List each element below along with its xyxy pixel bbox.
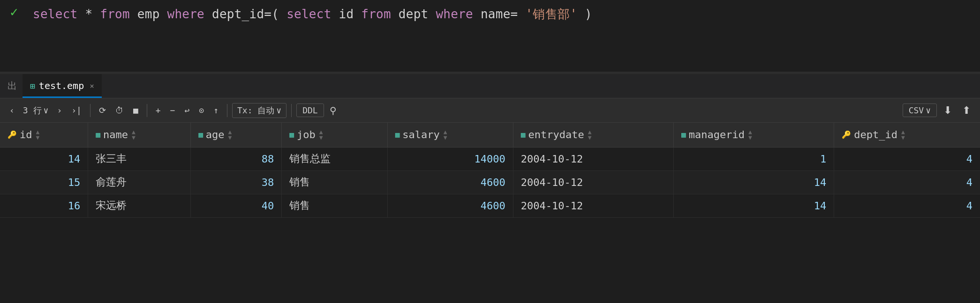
col-name: name= bbox=[481, 7, 518, 21]
stop-button[interactable]: ■ bbox=[129, 103, 142, 117]
kw-where-1: where bbox=[167, 7, 204, 21]
pin-button[interactable]: ⚲ bbox=[326, 103, 340, 118]
table-icon: ⊞ bbox=[30, 81, 35, 91]
kw-from-2: from bbox=[361, 7, 391, 21]
tx-arrow: ∨ bbox=[276, 105, 281, 115]
sort-entrydate[interactable]: ▲▼ bbox=[588, 129, 592, 140]
col-header-salary[interactable]: ▦ salary ▲▼ bbox=[387, 123, 513, 147]
col-header-id[interactable]: 🔑 id ▲▼ bbox=[0, 123, 88, 147]
col-icon-managerid: ▦ bbox=[681, 130, 686, 139]
tab-close-button[interactable]: × bbox=[90, 81, 94, 90]
str-value: '销售部' bbox=[525, 7, 577, 21]
col-header-job[interactable]: ▦ job ▲▼ bbox=[282, 123, 387, 147]
col-label-salary: salary bbox=[402, 129, 439, 140]
col-icon-name: ▦ bbox=[96, 130, 100, 139]
nav-last-button[interactable]: ›| bbox=[68, 103, 85, 117]
kw-where-2: where bbox=[436, 7, 473, 21]
col-icon-job: ▦ bbox=[289, 130, 294, 139]
refresh-button[interactable]: ⟳ bbox=[95, 103, 110, 117]
col-icon-salary: ▦ bbox=[395, 130, 400, 139]
table-row[interactable]: 16宋远桥40销售46002004-10-12144 bbox=[0, 194, 980, 217]
export-button[interactable]: ⬆ bbox=[958, 103, 974, 118]
row-count-arrow: ∨ bbox=[44, 105, 49, 115]
download-button[interactable]: ⬇ bbox=[940, 103, 956, 118]
col-label-age: age bbox=[206, 129, 225, 140]
tab-test-emp[interactable]: ⊞ test.emp × bbox=[23, 74, 102, 98]
key-icon-deptid: 🔑 bbox=[842, 130, 851, 139]
col-header-managerid[interactable]: ▦ managerid ▲▼ bbox=[674, 123, 834, 147]
toolbar-right: CSV ∨ ⬇ ⬆ bbox=[903, 103, 974, 118]
nav-prev-button[interactable]: ‹ bbox=[6, 103, 18, 117]
col-label-job: job bbox=[297, 129, 316, 140]
valid-checkmark: ✓ bbox=[10, 6, 18, 19]
col-dept-id: dept_id=( bbox=[212, 7, 279, 21]
col-header-deptid[interactable]: 🔑 dept_id ▲▼ bbox=[834, 123, 980, 147]
kw-from-1: from bbox=[100, 7, 130, 21]
col-label-id: id bbox=[20, 129, 32, 140]
table-row[interactable]: 14张三丰88销售总监140002004-10-1214 bbox=[0, 147, 980, 170]
col-icon-age: ▦ bbox=[198, 130, 203, 139]
undo-button[interactable]: ↩ bbox=[181, 103, 193, 117]
tab-output-label: 出 bbox=[2, 74, 23, 98]
ddl-button[interactable]: DDL bbox=[296, 103, 324, 117]
sort-id[interactable]: ▲▼ bbox=[36, 129, 40, 140]
sep-2 bbox=[147, 104, 147, 117]
sep-4 bbox=[291, 104, 292, 117]
add-row-button[interactable]: + bbox=[152, 103, 165, 117]
col-label-entrydate: entrydate bbox=[528, 129, 584, 140]
table-row[interactable]: 15俞莲舟38销售46002004-10-12144 bbox=[0, 170, 980, 194]
sort-deptid[interactable]: ▲▼ bbox=[901, 129, 905, 140]
table-emp: emp bbox=[137, 7, 167, 21]
remove-row-button[interactable]: − bbox=[166, 103, 179, 117]
col-id: id bbox=[339, 7, 362, 21]
toolbar: ‹ 3 行 ∨ › ›| ⟳ ⏱ ■ + − ↩ ⊙ ↑ Tx: 自动 ∨ DD… bbox=[0, 98, 980, 123]
code-editor: ✓ select * from emp where dept_id=( sele… bbox=[0, 0, 980, 73]
col-header-age[interactable]: ▦ age ▲▼ bbox=[191, 123, 282, 147]
col-label-deptid: dept_id bbox=[854, 129, 897, 140]
tab-bar: 出 ⊞ test.emp × bbox=[0, 74, 980, 98]
table-dept: dept bbox=[399, 7, 436, 21]
sort-managerid[interactable]: ▲▼ bbox=[748, 129, 752, 140]
sort-name[interactable]: ▲▼ bbox=[132, 129, 136, 140]
csv-button[interactable]: CSV ∨ bbox=[903, 103, 937, 117]
col-header-name[interactable]: ▦ name ▲▼ bbox=[88, 123, 191, 147]
sort-age[interactable]: ▲▼ bbox=[228, 129, 232, 140]
kw-star: * bbox=[85, 7, 100, 21]
results-table-area: 🔑 id ▲▼ ▦ name ▲▼ ▦ age bbox=[0, 123, 980, 218]
tab-label: test.emp bbox=[39, 80, 84, 91]
key-icon-id: 🔑 bbox=[8, 130, 17, 139]
table-body: 14张三丰88销售总监140002004-10-121415俞莲舟38销售460… bbox=[0, 147, 980, 217]
row-count-display: 3 行 ∨ bbox=[20, 103, 52, 118]
results-table: 🔑 id ▲▼ ▦ name ▲▼ ▦ age bbox=[0, 123, 980, 218]
sep-3 bbox=[227, 104, 227, 117]
col-label-managerid: managerid bbox=[689, 129, 745, 140]
kw-select: select bbox=[33, 7, 77, 21]
paren-close: ) bbox=[585, 7, 592, 21]
table-header-row: 🔑 id ▲▼ ▦ name ▲▼ ▦ age bbox=[0, 123, 980, 147]
col-header-entrydate[interactable]: ▦ entrydate ▲▼ bbox=[513, 123, 673, 147]
tx-button[interactable]: Tx: 自动 ∨ bbox=[232, 103, 286, 118]
upload-button[interactable]: ↑ bbox=[210, 103, 222, 117]
filter-button[interactable]: ⊙ bbox=[195, 103, 208, 117]
history-button[interactable]: ⏱ bbox=[112, 103, 128, 117]
sql-code-line[interactable]: select * from emp where dept_id=( select… bbox=[28, 0, 980, 72]
line-gutter: ✓ bbox=[0, 0, 28, 72]
col-label-name: name bbox=[103, 129, 128, 140]
nav-next-button[interactable]: › bbox=[53, 103, 66, 117]
kw-select-2: select bbox=[286, 7, 331, 21]
csv-arrow: ∨ bbox=[926, 105, 931, 115]
col-icon-entrydate: ▦ bbox=[521, 130, 526, 139]
sort-salary[interactable]: ▲▼ bbox=[444, 129, 447, 140]
sort-job[interactable]: ▲▼ bbox=[319, 129, 323, 140]
sep-1 bbox=[90, 104, 90, 117]
